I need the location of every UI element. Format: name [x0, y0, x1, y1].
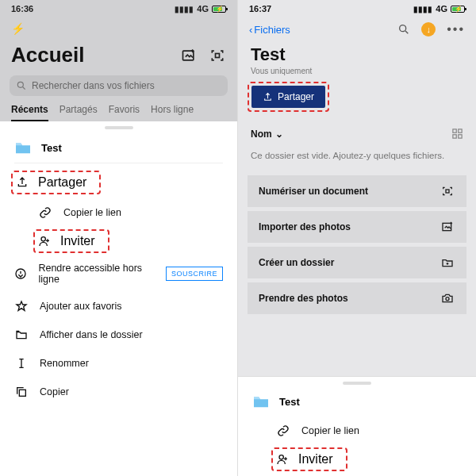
sheet-handle[interactable] — [105, 126, 133, 129]
link-icon — [276, 424, 290, 438]
share-item-highlight: Partager — [11, 171, 101, 194]
search-placeholder: Rechercher dans vos fichiers — [32, 80, 155, 91]
favorites-label: Ajouter aux favoris — [40, 301, 122, 312]
status-indicators: ▮▮▮▮ 4G ⚡ — [413, 4, 465, 13]
network-label: 4G — [436, 4, 447, 13]
title-row: Accueil — [0, 36, 237, 75]
chevron-down-icon: ⌄ — [275, 129, 283, 140]
folder-open-icon — [14, 328, 29, 342]
network-label: 4G — [197, 4, 209, 13]
sheet-invite-label[interactable]: Inviter — [298, 452, 333, 466]
status-time: 16:36 — [11, 4, 33, 13]
sheet-folder-header: Test — [238, 386, 476, 416]
grid-view-icon[interactable] — [451, 128, 463, 140]
more-icon[interactable]: ••• — [447, 22, 465, 36]
create-folder-label: Créer un dossier — [259, 257, 334, 268]
left-header-area: 16:36 ▮▮▮▮ 4G ⚡ ⚡ Accueil Rechercher dan… — [0, 0, 237, 121]
sort-row: Nom ⌄ — [238, 117, 476, 148]
upload-image-icon[interactable] — [180, 47, 198, 64]
folder-title: Test — [238, 40, 476, 67]
bottom-sheet: Test Copier le lien Inviter — [238, 376, 476, 476]
folder-plus-icon — [441, 256, 455, 269]
rename-item[interactable]: Renommer — [0, 349, 237, 378]
search-icon — [16, 80, 27, 91]
svg-rect-8 — [459, 129, 462, 132]
show-in-folder-label: Afficher dans le dossier — [40, 329, 143, 340]
offline-item[interactable]: Rendre accessible hors ligne SOUSCRIRE — [0, 255, 237, 292]
import-photos-action[interactable]: Importer des photos — [248, 211, 466, 243]
folder-icon — [14, 140, 32, 155]
subscribe-button[interactable]: SOUSCRIRE — [166, 267, 223, 281]
scan-document-label: Numériser un document — [259, 186, 368, 197]
tab-favorites[interactable]: Favoris — [109, 104, 140, 121]
nav-row: ‹ Fichiers ↓ ••• — [238, 17, 476, 40]
bolt-icon: ⚡ — [0, 17, 237, 36]
back-button[interactable]: ‹ Fichiers — [249, 24, 290, 36]
search-input[interactable]: Rechercher dans vos fichiers — [10, 75, 228, 96]
svg-rect-5 — [19, 390, 25, 396]
status-indicators: ▮▮▮▮ 4G ⚡ — [175, 4, 226, 13]
svg-rect-9 — [453, 135, 456, 138]
svg-rect-7 — [453, 129, 456, 132]
scan-document-action[interactable]: Numériser un document — [248, 175, 466, 207]
copy-item[interactable]: Copier — [0, 378, 237, 406]
show-in-folder-item[interactable]: Afficher dans le dossier — [0, 321, 237, 349]
svg-point-2 — [17, 82, 23, 87]
image-icon — [441, 221, 455, 233]
empty-folder-message: Ce dossier est vide. Ajoutez-y quelques … — [238, 148, 476, 171]
import-photos-label: Importer des photos — [259, 221, 351, 232]
sheet-copy-link-item[interactable]: Copier le lien — [238, 416, 476, 445]
sheet-copy-link-label: Copier le lien — [301, 425, 359, 436]
camera-icon — [441, 292, 455, 305]
folder-subtitle: Vous uniquement — [238, 67, 476, 80]
invite-item-highlight: Inviter — [33, 229, 109, 253]
rename-icon — [14, 356, 29, 370]
signal-icon: ▮▮▮▮ — [175, 5, 194, 13]
copy-icon — [14, 385, 29, 399]
star-icon — [14, 299, 29, 313]
svg-rect-10 — [459, 135, 462, 138]
status-time: 16:37 — [249, 4, 271, 13]
sort-label: Nom — [251, 129, 272, 140]
sheet-handle[interactable] — [343, 382, 371, 385]
share-button[interactable]: Partager — [251, 86, 325, 108]
scan-icon[interactable] — [209, 47, 226, 64]
take-photo-label: Prendre des photos — [259, 293, 348, 304]
take-photo-action[interactable]: Prendre des photos — [248, 282, 466, 314]
share-label[interactable]: Partager — [38, 175, 86, 190]
status-bar: 16:36 ▮▮▮▮ 4G ⚡ — [0, 0, 237, 17]
tab-shared[interactable]: Partagés — [60, 104, 98, 121]
search-icon[interactable] — [397, 23, 410, 36]
tab-offline[interactable]: Hors ligne — [151, 104, 194, 121]
share-icon — [16, 176, 29, 189]
back-label: Fichiers — [254, 24, 290, 36]
copy-link-label: Copier le lien — [63, 207, 121, 218]
offline-label: Rendre accessible hors ligne — [38, 263, 155, 285]
favorites-item[interactable]: Ajouter aux favoris — [0, 292, 237, 321]
scan-icon — [441, 185, 455, 198]
sort-button[interactable]: Nom ⌄ — [251, 129, 283, 140]
link-icon — [38, 205, 52, 220]
svg-rect-11 — [446, 190, 449, 193]
create-folder-action[interactable]: Créer un dossier — [248, 247, 466, 278]
folder-header: Test — [0, 132, 237, 163]
svg-point-14 — [279, 455, 283, 459]
signal-icon: ▮▮▮▮ — [413, 5, 432, 13]
upload-status-icon[interactable]: ↓ — [421, 22, 436, 36]
chevron-left-icon: ‹ — [249, 24, 252, 36]
right-screenshot: 16:37 ▮▮▮▮ 4G ⚡ ‹ Fichiers ↓ ••• Test Vo… — [238, 0, 476, 476]
battery-icon: ⚡ — [451, 6, 465, 13]
folder-name: Test — [41, 142, 62, 154]
copy-link-item[interactable]: Copier le lien — [0, 198, 237, 227]
tab-recents[interactable]: Récents — [11, 104, 48, 121]
invite-label[interactable]: Inviter — [60, 234, 95, 248]
divider — [14, 163, 223, 163]
share-button-highlight: Partager — [248, 82, 329, 112]
sheet-invite-highlight: Inviter — [271, 447, 347, 471]
share-icon — [263, 92, 273, 102]
left-screenshot: 16:36 ▮▮▮▮ 4G ⚡ ⚡ Accueil Rechercher dan… — [0, 0, 238, 476]
rename-label: Renommer — [40, 358, 89, 369]
svg-rect-1 — [216, 53, 220, 57]
invite-icon — [38, 235, 51, 248]
svg-point-13 — [446, 298, 449, 301]
